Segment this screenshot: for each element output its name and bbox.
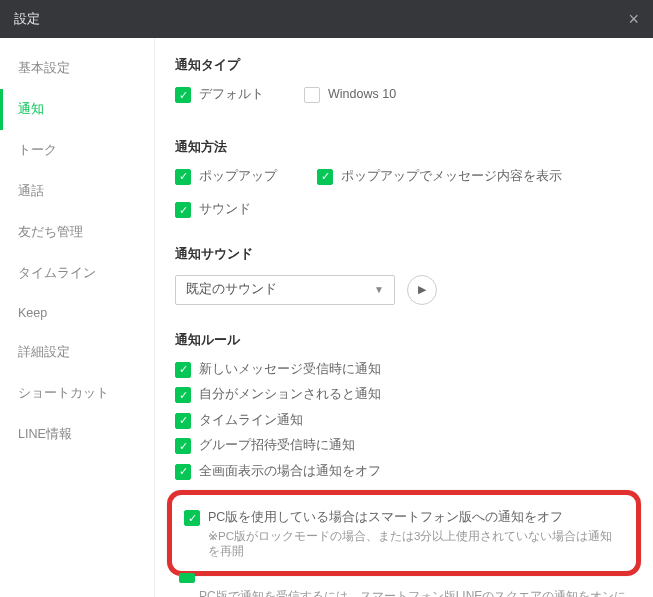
section-notification-sound: 通知サウンド 既定のサウンド ▼ ▶: [175, 245, 633, 305]
section-title: 通知ルール: [175, 331, 633, 349]
sidebar-item-label: 詳細設定: [18, 345, 70, 359]
play-button[interactable]: ▶: [407, 275, 437, 305]
check-label: 自分がメンションされると通知: [199, 386, 381, 404]
check-label: 全画面表示の場合は通知をオフ: [199, 463, 381, 481]
sidebar-item-label: ショートカット: [18, 386, 109, 400]
check-default[interactable]: ✓ デフォルト: [175, 86, 264, 104]
checkbox-icon: ✓: [175, 413, 191, 429]
section-notification-type: 通知タイプ ✓ デフォルト Windows 10: [175, 56, 633, 112]
checkbox-icon: ✓: [175, 362, 191, 378]
checkbox-icon: ✓: [184, 510, 200, 526]
sidebar-item-label: 基本設定: [18, 61, 70, 75]
checkbox-icon: ✓: [175, 438, 191, 454]
sidebar-item-shortcut[interactable]: ショートカット: [0, 373, 154, 414]
sidebar-item-friends[interactable]: 友だち管理: [0, 212, 154, 253]
sidebar: 基本設定 通知 トーク 通話 友だち管理 タイムライン Keep 詳細設定 ショ…: [0, 38, 155, 597]
sidebar-item-info[interactable]: LINE情報: [0, 414, 154, 455]
sidebar-item-notifications[interactable]: 通知: [0, 89, 154, 130]
sidebar-item-basic[interactable]: 基本設定: [0, 48, 154, 89]
check-group-invite[interactable]: ✓ グループ招待受信時に通知: [175, 437, 633, 455]
check-label: グループ招待受信時に通知: [199, 437, 355, 455]
body: 基本設定 通知 トーク 通話 友だち管理 タイムライン Keep 詳細設定 ショ…: [0, 38, 653, 597]
check-fullscreen-off[interactable]: ✓ 全画面表示の場合は通知をオフ: [175, 463, 633, 481]
sidebar-item-timeline[interactable]: タイムライン: [0, 253, 154, 294]
checkbox-icon: ✓: [175, 202, 191, 218]
sidebar-item-call[interactable]: 通話: [0, 171, 154, 212]
check-label: PC版を使用している場合はスマートフォン版への通知をオフ: [208, 509, 624, 527]
checkbox-icon: ✓: [317, 169, 333, 185]
chevron-down-icon: ▼: [374, 284, 384, 295]
window-title: 設定: [14, 10, 40, 28]
check-label: デフォルト: [199, 86, 264, 104]
sidebar-item-label: 通話: [18, 184, 44, 198]
checkbox-icon: ✓: [175, 169, 191, 185]
check-sublabel: ※PC版がロックモードの場合、または3分以上使用されていない場合は通知を再開: [208, 529, 624, 559]
check-timeline[interactable]: ✓ タイムライン通知: [175, 412, 633, 430]
sidebar-item-label: 友だち管理: [18, 225, 83, 239]
sound-select[interactable]: 既定のサウンド ▼: [175, 275, 395, 305]
select-value: 既定のサウンド: [186, 281, 277, 298]
check-label: Windows 10: [328, 86, 396, 104]
sidebar-item-talk[interactable]: トーク: [0, 130, 154, 171]
content: 通知タイプ ✓ デフォルト Windows 10 通知方法 ✓ ポップアップ: [155, 38, 653, 597]
checkbox-icon: [179, 573, 195, 583]
play-icon: ▶: [418, 283, 426, 296]
sidebar-item-keep[interactable]: Keep: [0, 294, 154, 332]
section-title: 通知方法: [175, 138, 633, 156]
checkbox-icon: ✓: [175, 87, 191, 103]
sidebar-item-advanced[interactable]: 詳細設定: [0, 332, 154, 373]
sidebar-item-label: Keep: [18, 306, 47, 320]
checkbox-icon: ✓: [175, 464, 191, 480]
sidebar-item-label: LINE情報: [18, 427, 72, 441]
check-sound[interactable]: ✓ サウンド: [175, 201, 633, 219]
check-popup[interactable]: ✓ ポップアップ: [175, 168, 277, 186]
section-notification-rules: 通知ルール ✓ 新しいメッセージ受信時に通知 ✓ 自分がメンションされると通知 …: [175, 331, 633, 598]
check-label: ポップアップでメッセージ内容を表示: [341, 168, 562, 186]
sidebar-item-label: 通知: [18, 102, 44, 116]
sidebar-item-label: トーク: [18, 143, 57, 157]
check-popup-content[interactable]: ✓ ポップアップでメッセージ内容を表示: [317, 168, 562, 186]
check-label: サウンド: [199, 201, 251, 219]
section-notification-method: 通知方法 ✓ ポップアップ ✓ ポップアップでメッセージ内容を表示 ✓ サウンド: [175, 138, 633, 219]
check-new-message[interactable]: ✓ 新しいメッセージ受信時に通知: [175, 361, 633, 379]
checkbox-icon: ✓: [175, 387, 191, 403]
check-windows10[interactable]: Windows 10: [304, 86, 396, 104]
highlight-box: ✓ PC版を使用している場合はスマートフォン版への通知をオフ ※PC版がロックモ…: [167, 490, 641, 576]
check-label: ポップアップ: [199, 168, 277, 186]
footer-note: PC版で通知を受信するには、スマートフォン版LINEのスクエアの通知をオンにして…: [199, 588, 633, 598]
window-header: 設定 ×: [0, 0, 653, 38]
checkbox-icon: [304, 87, 320, 103]
check-mention[interactable]: ✓ 自分がメンションされると通知: [175, 386, 633, 404]
section-title: 通知サウンド: [175, 245, 633, 263]
close-icon[interactable]: ×: [628, 10, 639, 28]
check-pc-smartphone-off[interactable]: ✓ PC版を使用している場合はスマートフォン版への通知をオフ ※PC版がロックモ…: [184, 509, 624, 559]
check-label: 新しいメッセージ受信時に通知: [199, 361, 381, 379]
section-title: 通知タイプ: [175, 56, 633, 74]
check-label: タイムライン通知: [199, 412, 303, 430]
sidebar-item-label: タイムライン: [18, 266, 96, 280]
